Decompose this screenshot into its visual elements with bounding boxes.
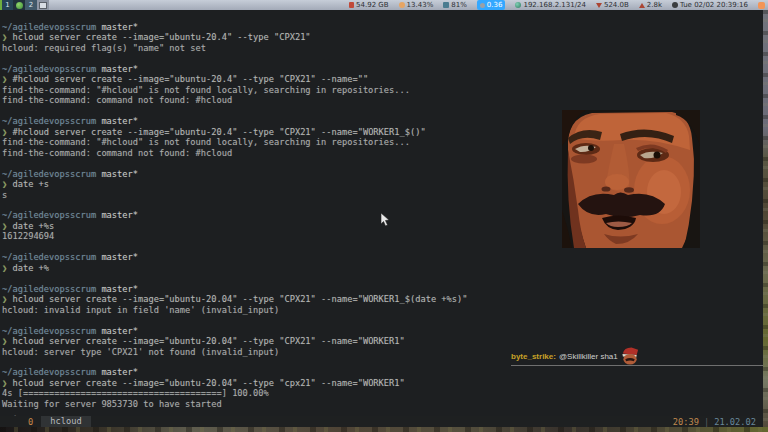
stat-label: 13.43% <box>407 1 434 9</box>
terminal-line: ❯ hcloud server create --image="ubuntu-2… <box>2 32 468 42</box>
stat-label: 192.168.2.131/24 <box>523 1 585 9</box>
stat-label: 0.36 <box>487 1 503 9</box>
tmux-date: 21.02.02 <box>714 417 756 427</box>
tmux-separator: | <box>704 417 709 427</box>
clock-icon <box>672 2 678 8</box>
terminal-line: ❯ date +% <box>2 263 468 273</box>
stat-memory: 54.92 GB <box>349 1 389 9</box>
terminal-line: ~/agiledevopsscrum master* <box>2 116 468 126</box>
stat-clock: Tue 02/02 20:39:16 <box>672 1 748 9</box>
battery-icon <box>443 2 449 8</box>
terminal-line: ~/agiledevopsscrum master* <box>2 64 468 74</box>
terminal-line: 1612294694 <box>2 231 468 241</box>
chat-colon: : <box>553 352 556 361</box>
terminal-line: Waiting for server 9853730 to have start… <box>2 399 468 409</box>
terminal-line: ~/agiledevopsscrum master* <box>2 326 468 336</box>
upload-icon <box>639 3 645 8</box>
chat-username: byte_strike <box>511 352 553 361</box>
tmux-window-index: 0 <box>28 417 33 427</box>
video-artifact-bottom <box>0 427 768 432</box>
app-icon[interactable] <box>13 0 25 10</box>
system-stats: 54.92 GB13.43%81%0.36192.168.2.131/24524… <box>349 0 768 10</box>
stat-battery: 81% <box>443 1 467 9</box>
stat-label: 524.0B <box>604 1 629 9</box>
chat-message-text: @Skillkiller sha1 <box>559 352 618 361</box>
video-artifact-right <box>763 10 768 432</box>
stat-download: 524.0B <box>596 1 629 9</box>
terminal-line <box>2 315 468 325</box>
top-status-bar: 1 2 54.92 GB13.43%81%0.36192.168.2.131/2… <box>0 0 768 10</box>
terminal-line <box>2 273 468 283</box>
terminal-line: ❯ hcloud server create --image="ubuntu-2… <box>2 336 468 346</box>
terminal-line: find-the-command: "#hcloud" is not found… <box>2 85 468 95</box>
terminal-line: find-the-command: command not found: #hc… <box>2 148 468 158</box>
risitas-meme-image <box>562 110 700 248</box>
memory-icon <box>349 2 354 8</box>
terminal-line <box>2 200 468 210</box>
terminal-line: hcloud: required flag(s) "name" not set <box>2 43 468 53</box>
terminal-line: ❯ hcloud server create --image="ubuntu-2… <box>2 294 468 304</box>
terminal-line <box>2 53 468 63</box>
terminal-line: ❯ date +s <box>2 179 468 189</box>
terminal-line <box>2 106 468 116</box>
workspace-2-button[interactable]: 2 <box>25 0 37 10</box>
workspace-switcher: 1 2 <box>0 0 49 10</box>
stat-network: 192.168.2.131/24 <box>515 1 585 9</box>
terminal-line: hcloud: invalid input in field 'name' (i… <box>2 305 468 315</box>
terminal-line: ~/agiledevopsscrum master* <box>2 22 468 32</box>
terminal-line <box>2 242 468 252</box>
terminal[interactable]: ~/agiledevopsscrum master*❯ hcloud serve… <box>2 22 468 420</box>
terminal-line: hcloud: server type 'CPX21' not found (i… <box>2 347 468 357</box>
tmux-clock: 20:39 <box>673 417 699 427</box>
terminal-line: ❯ hcloud server create --image="ubuntu-2… <box>2 378 468 388</box>
stat-load: 0.36 <box>477 0 506 10</box>
stat-label: 81% <box>451 1 467 9</box>
cpu-icon <box>399 2 405 8</box>
workspace-1-button[interactable]: 1 <box>0 0 13 10</box>
terminal-line: 4s [====================================… <box>2 388 468 398</box>
terminal-line: find-the-command: "#hcloud" is not found… <box>2 137 468 147</box>
stat-upload: 2.8k <box>639 1 662 9</box>
terminal-line: ~/agiledevopsscrum master* <box>2 367 468 377</box>
chat-separator-line <box>511 365 768 366</box>
terminal-line <box>2 158 468 168</box>
tmux-status-bar: 0 hcloud 20:39 | 21.02.02 <box>0 416 768 427</box>
terminal-line: ❯ date +%s <box>2 221 468 231</box>
window-pane-icon <box>39 2 47 9</box>
stat-label: 2.8k <box>647 1 662 9</box>
tmux-window-name[interactable]: hcloud <box>41 416 90 427</box>
load-icon <box>480 3 485 8</box>
terminal-line: ~/agiledevopsscrum master* <box>2 210 468 220</box>
terminal-line: ~/agiledevopsscrum master* <box>2 252 468 262</box>
stat-label: Tue 02/02 20:39:16 <box>680 1 748 9</box>
terminal-line: find-the-command: command not found: #hc… <box>2 95 468 105</box>
green-app-icon <box>16 2 23 9</box>
tray-app-icon[interactable] <box>758 2 765 9</box>
stat-label: 54.92 GB <box>356 1 389 9</box>
window-layout-icon[interactable] <box>37 0 49 10</box>
stream-chat-message: byte_strike: @Skillkiller sha1 <box>511 347 768 365</box>
terminal-line <box>2 357 468 367</box>
terminal-line: ~/agiledevopsscrum master* <box>2 284 468 294</box>
download-icon <box>596 3 602 8</box>
terminal-line: ❯ #hcloud server create --image="ubuntu-… <box>2 127 468 137</box>
risitas-santa-emote-icon <box>621 346 640 365</box>
mouse-cursor <box>380 213 390 227</box>
terminal-line: ❯ #hcloud server create --image="ubuntu-… <box>2 74 468 84</box>
stat-cpu: 13.43% <box>399 1 434 9</box>
terminal-line: ~/agiledevopsscrum master* <box>2 169 468 179</box>
terminal-line: s <box>2 190 468 200</box>
network-icon <box>515 2 521 8</box>
